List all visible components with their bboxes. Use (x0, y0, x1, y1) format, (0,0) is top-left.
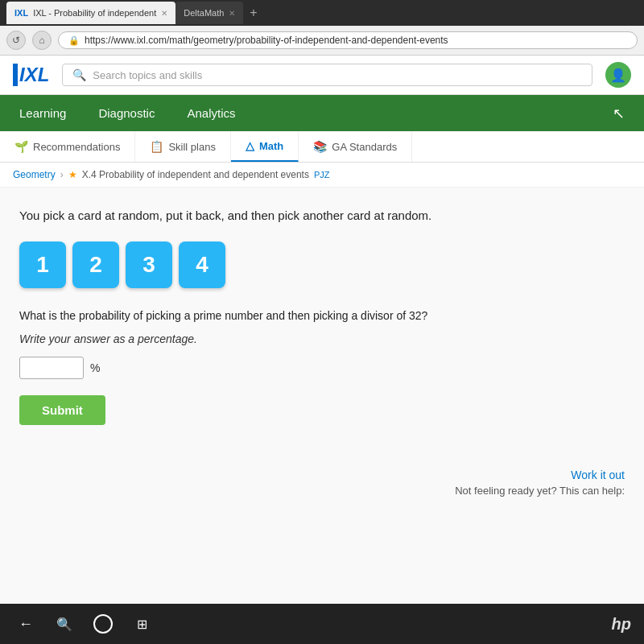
ixl-logo-bar (13, 64, 18, 86)
tab-ixl-label: IXL - Probability of independent (33, 8, 156, 18)
tab-deltamath-label: DeltaMath (184, 8, 224, 18)
main-content: You pick a card at random, put it back, … (0, 188, 644, 469)
card-4: 4 (179, 242, 225, 288)
star-icon: ★ (68, 169, 77, 180)
taskbar-grid-button[interactable]: ⊞ (129, 611, 155, 637)
taskbar-back-button[interactable]: ← (13, 611, 39, 637)
breadcrumb-separator: › (60, 169, 64, 180)
tab-ixl-close[interactable]: ✕ (161, 9, 167, 18)
bottom-help: Work it out Not feeling ready yet? This … (0, 469, 644, 497)
address-bar[interactable]: 🔒 https://www.ixl.com/math/geometry/prob… (58, 31, 638, 49)
browser-content: IXL 🔍 Search topics and skills 👤 Learnin… (0, 56, 644, 634)
subnav-math[interactable]: △ Math (231, 131, 299, 162)
card-3: 3 (126, 242, 172, 288)
breadcrumb-skill: X.4 Probability of independent and depen… (82, 169, 309, 180)
subnav-ga-standards[interactable]: 📚 GA Standards (299, 131, 412, 162)
percent-label: % (90, 361, 100, 374)
recommendations-icon: 🌱 (14, 140, 28, 153)
grid-icon: ⊞ (137, 617, 147, 632)
nav-analytics[interactable]: Analytics (180, 95, 242, 131)
new-tab-button[interactable]: + (243, 6, 263, 20)
content-area: You pick a card at random, put it back, … (0, 188, 644, 634)
question-intro: You pick a card at random, put it back, … (19, 207, 625, 225)
subnav-skill-plans[interactable]: 📋 Skill plans (135, 131, 231, 162)
subnav-skill-plans-label: Skill plans (168, 141, 216, 153)
ixl-header: IXL 🔍 Search topics and skills 👤 (0, 56, 644, 95)
taskbar-left: ← 🔍 ⊞ (13, 611, 155, 637)
back-arrow-icon: ← (19, 616, 33, 633)
nav-diagnostic[interactable]: Diagnostic (92, 95, 161, 131)
account-icon[interactable]: 👤 (605, 62, 631, 88)
card-1: 1 (19, 242, 66, 288)
tab-ixl[interactable]: IXL IXL - Probability of independent ✕ (6, 2, 175, 24)
url-text: https://www.ixl.com/math/geometry/probab… (85, 35, 448, 46)
windows-taskbar: ← 🔍 ⊞ hp (0, 604, 644, 644)
browser-back-button[interactable]: ↺ (6, 31, 26, 50)
work-it-out-link[interactable]: Work it out (19, 469, 625, 481)
answer-row: % (19, 357, 625, 379)
submit-button[interactable]: Submit (19, 395, 105, 425)
cards-container: 1 2 3 4 (19, 242, 625, 288)
sub-question: What is the probability of picking a pri… (19, 308, 625, 324)
card-2: 2 (72, 242, 119, 288)
tab-ixl-favicon: IXL (14, 8, 28, 18)
breadcrumb: Geometry › ★ X.4 Probability of independ… (0, 163, 644, 188)
browser-tab-bar: IXL IXL - Probability of independent ✕ D… (0, 0, 644, 26)
subnav-recommendations-label: Recommendations (33, 141, 120, 153)
taskbar-circle-button[interactable] (90, 611, 116, 637)
circle-icon (93, 614, 113, 634)
tab-deltamath-close[interactable]: ✕ (229, 9, 235, 18)
ga-standards-icon: 📚 (313, 140, 327, 153)
math-icon: △ (246, 139, 254, 152)
subnav-recommendations[interactable]: 🌱 Recommendations (0, 131, 135, 162)
browser-chrome: ↺ ⌂ 🔒 https://www.ixl.com/math/geometry/… (0, 26, 644, 56)
breadcrumb-code: PJZ (314, 170, 330, 180)
answer-input[interactable] (19, 357, 84, 379)
skill-plans-icon: 📋 (150, 140, 163, 153)
lock-icon: 🔒 (68, 35, 80, 46)
subnav-math-label: Math (259, 140, 283, 152)
sub-nav: 🌱 Recommendations 📋 Skill plans △ Math 📚… (0, 131, 644, 163)
search-placeholder: Search topics and skills (93, 69, 202, 81)
taskbar-search-icon: 🔍 (56, 617, 72, 632)
tab-deltamath[interactable]: DeltaMath ✕ (175, 2, 243, 24)
hp-logo: hp (612, 615, 631, 634)
taskbar-search-button[interactable]: 🔍 (52, 611, 77, 637)
ixl-logo-text: IXL (19, 64, 49, 86)
ixl-logo: IXL (13, 64, 49, 86)
main-nav: Learning Diagnostic Analytics ↖ (0, 95, 644, 131)
subnav-ga-standards-label: GA Standards (332, 141, 397, 153)
breadcrumb-subject[interactable]: Geometry (13, 169, 56, 180)
nav-learning[interactable]: Learning (13, 95, 72, 131)
not-ready-text: Not feeling ready yet? This can help: (19, 485, 625, 497)
search-icon: 🔍 (72, 68, 86, 81)
search-bar[interactable]: 🔍 Search topics and skills (62, 64, 592, 86)
cursor-indicator: ↖ (613, 105, 625, 122)
answer-instruction: Write your answer as a percentage. (19, 332, 625, 345)
browser-home-button[interactable]: ⌂ (32, 31, 52, 50)
